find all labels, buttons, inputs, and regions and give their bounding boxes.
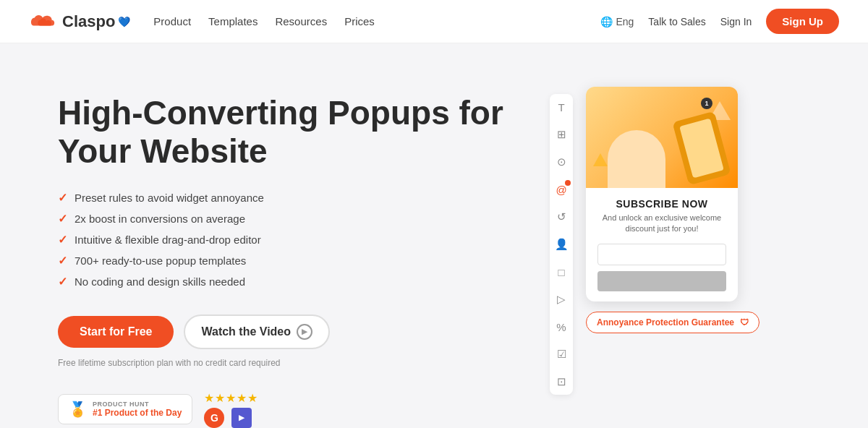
shield-icon: 🛡 — [740, 317, 749, 328]
popup-submit-button[interactable] — [597, 271, 726, 291]
capterra-logo: ▶ — [231, 408, 252, 428]
user-tool-icon[interactable]: 👤 — [554, 237, 569, 252]
nav-templates[interactable]: Templates — [208, 15, 258, 27]
cta-buttons: Start for Free Watch the Video ▶ — [58, 314, 535, 349]
annoyance-badge: Annoyance Protection Guarantee 🛡 — [586, 312, 760, 333]
image-tool-icon[interactable]: ⊞ — [554, 127, 569, 142]
watch-video-button[interactable]: Watch the Video ▶ — [184, 314, 330, 349]
feature-text: 2x boost in conversions on average — [75, 213, 245, 225]
start-free-button[interactable]: Start for Free — [58, 316, 174, 348]
features-list: ✓ Preset rules to avoid widget annoyance… — [58, 191, 535, 288]
ph-label: PRODUCT HUNT — [93, 401, 182, 408]
check-icon: ✓ — [58, 233, 67, 247]
feature-text: Preset rules to avoid widget annoyance — [75, 192, 264, 204]
hand-illustration — [608, 130, 665, 188]
hero-right: T ⊞ ⊙ @ ↺ 👤 □ ▷ % ☑ ⊡ 1 — [579, 87, 810, 333]
nav-product[interactable]: Product — [153, 15, 191, 27]
percent-tool-icon[interactable]: % — [554, 320, 569, 334]
triangle-decor-2 — [593, 153, 608, 166]
video-tool-icon[interactable]: ▷ — [554, 292, 569, 307]
text-tool-icon[interactable]: T — [554, 100, 569, 114]
badges-section: 🏅 PRODUCT HUNT #1 Product of the Day ★★★… — [58, 391, 535, 428]
hero-title: High-Converting Popups for Your Website — [58, 94, 535, 171]
product-hunt-badge: 🏅 PRODUCT HUNT #1 Product of the Day — [58, 394, 192, 424]
watch-video-label: Watch the Video — [201, 325, 291, 338]
talk-to-sales-button[interactable]: Talk to Sales — [648, 16, 705, 27]
hero-left: High-Converting Popups for Your Website … — [58, 87, 535, 428]
check-icon: ✓ — [58, 275, 67, 288]
feature-item: ✓ Preset rules to avoid widget annoyance — [58, 191, 535, 205]
nav-prices[interactable]: Prices — [344, 15, 375, 27]
popup-body: SUBSCRIBE NOW And unlock an exclusive we… — [586, 188, 738, 301]
logo-text: Claspo — [62, 12, 115, 31]
feature-text: No coding and design skills needed — [75, 275, 245, 288]
checkbox-tool-icon[interactable]: ☑ — [554, 347, 569, 361]
free-note: Free lifetime subscription plan with no … — [58, 358, 535, 368]
navbar-right: 🌐 Eng Talk to Sales Sign In Sign Up — [600, 9, 839, 34]
navbar: Claspo 💙 Product Templates Resources Pri… — [0, 0, 868, 43]
lang-label: Eng — [616, 16, 634, 27]
popup-image-decor: 1 — [586, 87, 738, 188]
logo-star: 💙 — [118, 16, 130, 27]
rating-logos: G ▶ — [204, 408, 258, 428]
feature-item: ✓ Intuitive & flexible drag-and-drop edi… — [58, 233, 535, 247]
popup-subtitle: And unlock an exclusive welcome discount… — [597, 213, 726, 235]
check-icon: ✓ — [58, 212, 67, 226]
calendar-tool-icon[interactable]: □ — [554, 265, 569, 279]
main-content: High-Converting Popups for Your Website … — [0, 43, 868, 428]
play-icon: ▶ — [297, 324, 312, 340]
timer-tool-icon[interactable]: ↺ — [554, 210, 569, 224]
phone-illustration — [672, 111, 731, 185]
globe-icon: 🌐 — [600, 16, 613, 27]
check-icon: ✓ — [58, 254, 67, 268]
medal-icon: 🏅 — [69, 401, 87, 418]
check-icon: ✓ — [58, 191, 67, 205]
ph-title: #1 Product of the Day — [93, 408, 182, 418]
sign-in-button[interactable]: Sign In — [720, 16, 752, 27]
annoyance-text: Annoyance Protection Guarantee — [597, 317, 734, 328]
feature-item: ✓ 2x boost in conversions on average — [58, 212, 535, 226]
popup-email-input[interactable] — [597, 244, 726, 265]
sign-up-button[interactable]: Sign Up — [766, 9, 839, 34]
g2-logo: G — [204, 408, 224, 428]
popup-widget: 1 SUBSCRIBE NOW And unlock an exclusive … — [586, 87, 738, 301]
navbar-left: Claspo 💙 Product Templates Resources Pri… — [29, 12, 600, 31]
nav-resources[interactable]: Resources — [275, 15, 327, 27]
notification-dot: 1 — [701, 98, 712, 109]
logo[interactable]: Claspo 💙 — [29, 12, 130, 31]
feature-text: Intuitive & flexible drag-and-drop edito… — [75, 234, 261, 246]
star-icons: ★★★★★ — [204, 391, 258, 405]
language-button[interactable]: 🌐 Eng — [600, 16, 634, 27]
editor-toolbar: T ⊞ ⊙ @ ↺ 👤 □ ▷ % ☑ ⊡ — [550, 94, 573, 395]
feature-item: ✓ No coding and design skills needed — [58, 275, 535, 288]
screen-tool-icon[interactable]: ⊡ — [554, 374, 569, 389]
email-tool-icon[interactable]: @ — [554, 182, 569, 197]
popup-image: 1 — [586, 87, 738, 188]
active-badge — [565, 180, 571, 186]
link-tool-icon[interactable]: ⊙ — [554, 155, 569, 169]
feature-item: ✓ 700+ ready-to-use popup templates — [58, 254, 535, 268]
popup-title: SUBSCRIBE NOW — [597, 198, 726, 210]
stars-rating: ★★★★★ G ▶ — [204, 391, 258, 428]
feature-text: 700+ ready-to-use popup templates — [75, 254, 246, 267]
nav-links: Product Templates Resources Prices — [153, 15, 374, 28]
ph-text: PRODUCT HUNT #1 Product of the Day — [93, 401, 182, 418]
